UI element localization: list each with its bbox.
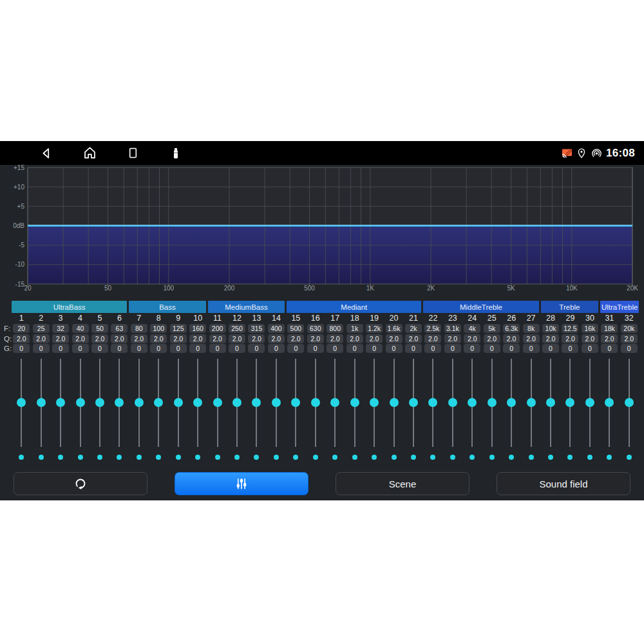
recents-button[interactable] bbox=[125, 146, 140, 161]
slider-thumb[interactable] bbox=[311, 398, 320, 407]
slider-thumb[interactable] bbox=[232, 398, 242, 407]
svg-text:-5: -5 bbox=[19, 242, 24, 249]
slider-thumb[interactable] bbox=[95, 398, 104, 407]
slider-thumb[interactable] bbox=[605, 398, 614, 407]
band-gain-slider[interactable] bbox=[502, 354, 521, 451]
band-gain-slider[interactable] bbox=[188, 354, 207, 451]
band-freq-chip: 125 bbox=[170, 324, 187, 333]
band-gain-slider[interactable] bbox=[286, 354, 305, 451]
band-gain-slider[interactable] bbox=[129, 354, 149, 451]
reset-icon bbox=[72, 475, 89, 492]
usb-storage-button[interactable] bbox=[168, 146, 184, 161]
slider-thumb[interactable] bbox=[213, 398, 222, 407]
scene-button[interactable]: Scene bbox=[336, 472, 469, 495]
slider-thumb[interactable] bbox=[193, 398, 202, 407]
slider-thumb[interactable] bbox=[565, 398, 574, 407]
band-column: 91252.00 bbox=[169, 314, 188, 460]
band-freq-chip: 10k bbox=[542, 324, 559, 333]
band-indicator-dot bbox=[215, 455, 220, 460]
band-gain-slider[interactable] bbox=[620, 354, 639, 451]
equalizer-tab-button[interactable] bbox=[175, 472, 308, 495]
band-gain-slider[interactable] bbox=[70, 354, 90, 451]
band-gain-slider[interactable] bbox=[580, 354, 600, 451]
slider-thumb[interactable] bbox=[428, 398, 437, 407]
slider-thumb[interactable] bbox=[546, 398, 555, 407]
slider-thumb[interactable] bbox=[507, 398, 516, 407]
band-gain-slider[interactable] bbox=[404, 354, 423, 451]
band-gain-slider[interactable] bbox=[521, 354, 540, 451]
band-gain-slider[interactable] bbox=[345, 354, 364, 451]
slider-thumb[interactable] bbox=[291, 398, 300, 407]
band-gain-slider[interactable] bbox=[207, 354, 227, 451]
slider-thumb[interactable] bbox=[409, 398, 418, 407]
band-indicator-dot bbox=[627, 455, 632, 460]
band-q-chip: 2.0 bbox=[542, 334, 559, 343]
band-gain-slider[interactable] bbox=[600, 354, 619, 451]
band-indicator-dot bbox=[117, 455, 122, 460]
band-freq-chip: 80 bbox=[131, 324, 147, 333]
band-gain-slider[interactable] bbox=[384, 354, 403, 451]
slider-thumb[interactable] bbox=[350, 398, 359, 407]
band-gain-slider[interactable] bbox=[541, 354, 560, 451]
band-number: 15 bbox=[291, 314, 300, 324]
band-gain-slider[interactable] bbox=[365, 354, 384, 451]
band-gain-slider[interactable] bbox=[90, 354, 109, 451]
band-gain-slider[interactable] bbox=[109, 354, 129, 451]
band-gain-slider[interactable] bbox=[227, 354, 247, 451]
band-gain-chip: 0 bbox=[13, 344, 30, 353]
band-gain-slider[interactable] bbox=[247, 354, 266, 451]
band-gain-slider[interactable] bbox=[51, 354, 70, 451]
slider-thumb[interactable] bbox=[56, 398, 65, 407]
band-number: 2 bbox=[39, 314, 43, 324]
slider-thumb[interactable] bbox=[76, 398, 85, 407]
band-gain-slider[interactable] bbox=[12, 354, 31, 451]
band-number: 21 bbox=[409, 314, 418, 324]
slider-thumb[interactable] bbox=[330, 398, 339, 407]
slider-thumb[interactable] bbox=[252, 398, 261, 407]
svg-text:+5: +5 bbox=[17, 203, 25, 210]
reset-button[interactable] bbox=[14, 472, 147, 495]
band-gain-slider[interactable] bbox=[443, 354, 462, 451]
band-group-label: Treble bbox=[559, 303, 580, 311]
band-indicator-dot bbox=[392, 455, 397, 460]
band-freq-chip: 1k bbox=[346, 324, 363, 333]
slider-thumb[interactable] bbox=[272, 398, 281, 407]
band-column: 133152.00 bbox=[247, 314, 266, 460]
svg-text:20: 20 bbox=[24, 285, 32, 292]
slider-thumb[interactable] bbox=[370, 398, 379, 407]
band-gain-slider[interactable] bbox=[423, 354, 442, 451]
slider-thumb[interactable] bbox=[154, 398, 163, 407]
slider-thumb[interactable] bbox=[585, 398, 594, 407]
slider-thumb[interactable] bbox=[17, 398, 26, 407]
band-q-chip: 2.0 bbox=[582, 334, 598, 343]
band-gain-slider[interactable] bbox=[482, 354, 502, 451]
band-column: 3118k2.00 bbox=[600, 314, 619, 460]
slider-thumb[interactable] bbox=[625, 398, 634, 407]
slider-thumb[interactable] bbox=[115, 398, 124, 407]
back-button[interactable] bbox=[39, 146, 54, 161]
band-q-chip: 2.0 bbox=[366, 334, 383, 343]
slider-thumb[interactable] bbox=[448, 398, 457, 407]
band-q-chip: 2.0 bbox=[484, 334, 500, 343]
band-gain-slider[interactable] bbox=[149, 354, 168, 451]
slider-thumb[interactable] bbox=[468, 398, 477, 407]
band-gain-slider[interactable] bbox=[169, 354, 188, 451]
band-gain-slider[interactable] bbox=[306, 354, 325, 451]
band-gain-slider[interactable] bbox=[462, 354, 482, 451]
slider-thumb[interactable] bbox=[527, 398, 536, 407]
band-gain-slider[interactable] bbox=[325, 354, 345, 451]
slider-thumb[interactable] bbox=[174, 398, 183, 407]
slider-thumb[interactable] bbox=[37, 398, 46, 407]
slider-thumb[interactable] bbox=[135, 398, 144, 407]
svg-text:20K: 20K bbox=[627, 285, 638, 292]
band-gain-slider[interactable] bbox=[560, 354, 580, 451]
band-freq-chip: 200 bbox=[209, 324, 226, 333]
slider-thumb[interactable] bbox=[390, 398, 399, 407]
slider-thumb[interactable] bbox=[488, 398, 497, 407]
home-button[interactable] bbox=[82, 146, 97, 161]
band-q-chip: 2.0 bbox=[386, 334, 402, 343]
band-indicator-dot bbox=[587, 455, 592, 460]
band-gain-slider[interactable] bbox=[267, 354, 286, 451]
sound-field-button[interactable]: Sound field bbox=[497, 472, 630, 495]
band-gain-slider[interactable] bbox=[31, 354, 50, 451]
